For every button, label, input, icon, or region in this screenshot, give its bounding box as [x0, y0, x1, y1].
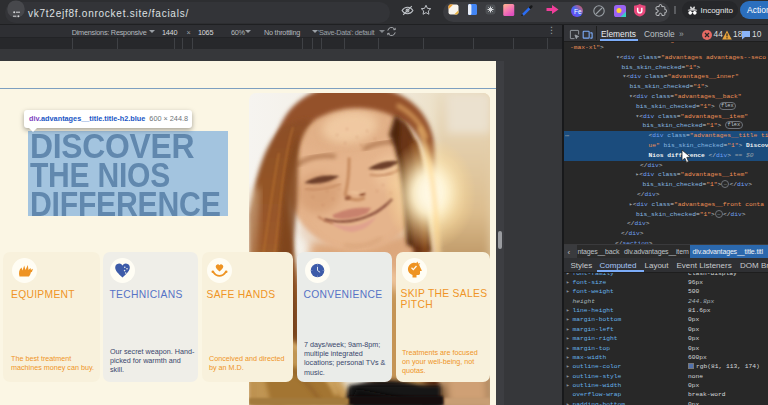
- svg-text:Fe: Fe: [574, 7, 582, 14]
